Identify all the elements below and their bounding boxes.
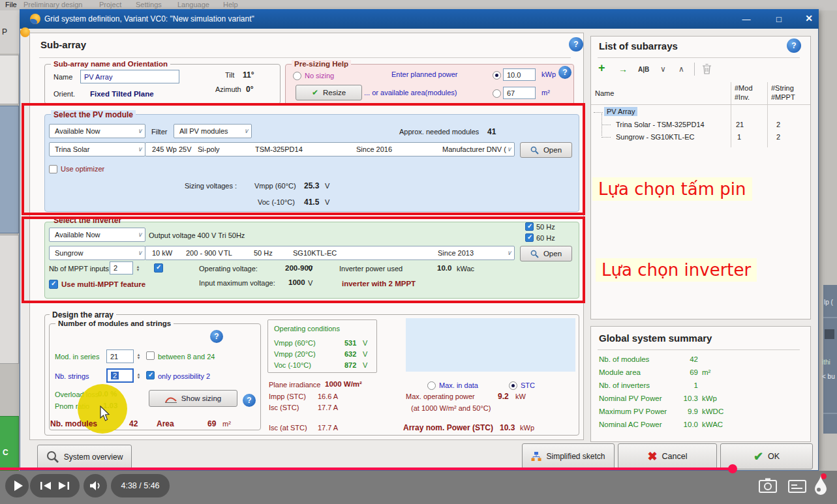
divider <box>598 57 800 58</box>
nb-modules-value: 42 <box>129 419 138 428</box>
op-row-label: Vmpp (20°C) <box>274 350 316 358</box>
help-icon-modules[interactable]: ? <box>210 330 223 343</box>
summary-row-value: 1 <box>662 381 698 389</box>
screenshot-button[interactable] <box>758 477 778 494</box>
no-sizing-label: No sizing <box>305 72 334 80</box>
close-button[interactable]: ✕ <box>800 12 818 25</box>
subarray-name-input[interactable]: PV Array <box>80 70 179 83</box>
move-subarray-button[interactable]: → <box>618 64 628 74</box>
background-fragment-label: C <box>3 448 8 457</box>
planned-power-radio[interactable] <box>493 71 501 80</box>
available-area-radio[interactable] <box>493 89 501 98</box>
between-checkbox[interactable] <box>146 351 155 360</box>
planned-power-unit: kWp <box>541 70 556 78</box>
progress-scrubber[interactable] <box>728 464 737 473</box>
max-operating-power-value: 9.2 <box>498 392 509 401</box>
help-icon-subarrays[interactable]: ? <box>787 38 801 53</box>
volume-button[interactable] <box>84 474 107 497</box>
summary-row-unit: kWDC <box>702 408 723 415</box>
help-icon-sizing[interactable]: ? <box>243 394 256 407</box>
sizing-curve-icon <box>165 394 177 403</box>
nb-strings-label: Nb. strings <box>55 372 89 380</box>
stc-label: STC <box>521 381 535 389</box>
simplified-sketch-button[interactable]: Simplified sketch <box>522 443 615 469</box>
global-summary-title: Global system summary <box>599 333 712 344</box>
available-area-input[interactable]: 67 <box>503 87 536 99</box>
tree-row-module[interactable]: Trina Solar - TSM-325PD14 <box>616 121 705 128</box>
play-button[interactable] <box>5 474 29 497</box>
notes-button[interactable] <box>788 480 806 493</box>
help-icon-subarray[interactable]: ? <box>569 37 583 52</box>
background-fragment <box>825 329 834 339</box>
summary-row-value: 10.3 <box>662 394 698 402</box>
speaker-icon <box>89 481 101 491</box>
stc-radio[interactable] <box>509 381 517 390</box>
background-divider <box>823 413 837 414</box>
prev-next-control <box>30 474 80 497</box>
summary-row-unit: kWp <box>702 394 717 402</box>
dialog-titlebar[interactable]: Grid system definition, Variant VC0: "Ne… <box>20 9 819 29</box>
preview-box <box>406 318 575 372</box>
minimize-button[interactable]: — <box>737 12 755 25</box>
column-header-inv: #Inv. <box>735 93 750 101</box>
tree-row-root[interactable]: PV Array <box>604 107 637 116</box>
summary-row-unit: kWAC <box>702 421 723 428</box>
move-up-button[interactable]: ∧ <box>678 65 684 74</box>
cancel-button[interactable]: ✖ Cancel <box>618 443 717 469</box>
next-button[interactable] <box>58 481 70 490</box>
tree-row-inverter[interactable]: Sungrow - SG10KTL-EC <box>616 133 694 141</box>
toolbar-separator <box>694 63 695 76</box>
ink-drop-button[interactable] <box>813 474 829 496</box>
op-row-unit: V <box>363 350 367 358</box>
no-sizing-radio[interactable] <box>293 72 301 80</box>
menu-item-fragment: Help <box>223 1 238 8</box>
rename-button[interactable]: A|B <box>638 66 649 73</box>
nb-strings-spinner[interactable]: ▲▼ <box>134 369 143 383</box>
delete-subarray-button[interactable] <box>702 63 712 74</box>
dialog-title: Grid system definition, Variant VC0: "Ne… <box>44 14 254 23</box>
ok-check-icon: ✔ <box>753 449 763 464</box>
area-label: Area <box>157 419 174 428</box>
background-divider <box>823 317 837 318</box>
tree-cell-string: 2 <box>776 121 780 128</box>
summary-row-label: Module area <box>599 368 641 376</box>
menu-item-fragment: Preliminary design <box>23 1 82 8</box>
isc-at-stc-value: 17.7 A <box>318 424 338 432</box>
background-fragment-label: P <box>2 27 7 37</box>
show-sizing-button[interactable]: Show sizing <box>149 390 237 407</box>
nb-strings-input[interactable]: 2 <box>106 368 134 383</box>
summary-row-unit: m² <box>702 368 710 376</box>
menu-item-file[interactable]: File <box>5 1 17 8</box>
divider <box>39 57 571 58</box>
tree-line <box>594 112 603 113</box>
op-row-unit: V <box>363 339 367 347</box>
system-overview-button[interactable]: System overview <box>37 445 132 469</box>
isc-at-stc-label: Isc (at STC) <box>269 424 307 432</box>
planned-power-input[interactable]: 10.0 <box>503 68 536 81</box>
time-label: 4:38 / 5:46 <box>121 481 159 490</box>
play-icon <box>14 481 23 491</box>
resize-button[interactable]: ✔ Resize <box>296 85 362 100</box>
divider <box>598 349 800 350</box>
move-down-button[interactable]: ∨ <box>660 65 666 74</box>
previous-button[interactable] <box>40 481 52 490</box>
op-row-value: 872 <box>344 361 356 369</box>
background-fragment-label: lp ( <box>824 299 833 306</box>
background-fragment <box>0 235 19 364</box>
mod-in-series-spinner[interactable]: ▲▼ <box>134 349 143 363</box>
array-nom-power-unit: kWp <box>520 424 534 432</box>
background-logo-icon <box>20 27 30 37</box>
help-icon-presizing[interactable]: ? <box>558 66 571 79</box>
add-subarray-button[interactable]: + <box>598 61 605 75</box>
column-header-mod: #Mod <box>735 84 753 92</box>
plane-irradiance-value: 1000 W/m² <box>325 380 362 388</box>
background-fragment: lp ( ithi < bu <box>823 285 837 434</box>
subarrays-list-title: List of subarrays <box>599 40 678 52</box>
maximize-button[interactable]: □ <box>770 12 788 25</box>
mod-in-series-input[interactable]: 21 <box>106 349 134 363</box>
table-gridline <box>767 82 768 147</box>
only-possibility-checkbox[interactable] <box>146 371 155 379</box>
progress-bar[interactable] <box>0 467 733 470</box>
max-in-data-radio[interactable] <box>427 381 436 390</box>
mod-in-series-label: Mod. in series <box>55 353 99 361</box>
